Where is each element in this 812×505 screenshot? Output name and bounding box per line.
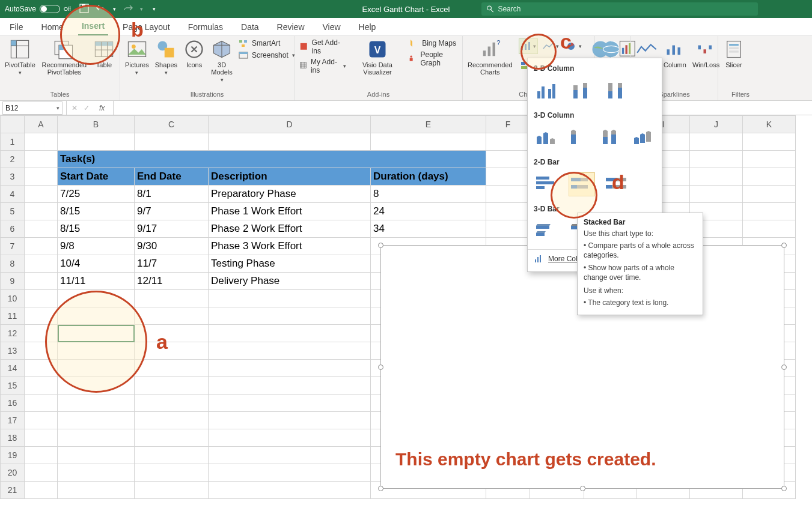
row-header-13[interactable]: 13 (1, 342, 25, 360)
cell-D19[interactable] (209, 447, 371, 464)
cell-C12[interactable] (135, 325, 209, 342)
cell-A1[interactable] (25, 133, 58, 151)
cell-D20[interactable] (209, 464, 371, 482)
cell-B20[interactable] (58, 464, 135, 482)
cell-C19[interactable] (135, 447, 209, 464)
clustered-column-option[interactable] (534, 79, 560, 103)
col-header-E[interactable]: E (371, 116, 486, 133)
cell-D6[interactable]: Phase 2 Work Effort (209, 220, 371, 238)
cell-C13[interactable] (135, 342, 209, 360)
qat-customize-icon[interactable]: ▾ (153, 6, 156, 12)
row-header-1[interactable]: 1 (1, 133, 25, 151)
cell-A5[interactable] (25, 203, 58, 220)
row-header-16[interactable]: 16 (1, 395, 25, 412)
cell-B9[interactable]: 11/11 (58, 273, 135, 290)
cell-A14[interactable] (25, 360, 58, 377)
cell-D9[interactable]: Delivery Phase (209, 273, 371, 290)
cell-A18[interactable] (25, 429, 58, 447)
cell-A10[interactable] (25, 290, 58, 307)
row-header-19[interactable]: 19 (1, 447, 25, 464)
row-header-10[interactable]: 10 (1, 290, 25, 307)
row-header-18[interactable]: 18 (1, 429, 25, 447)
cell-F3[interactable] (486, 168, 530, 186)
stacked-bar-option[interactable] (569, 172, 595, 196)
column-chart-button[interactable]: ▾ (519, 38, 538, 54)
cell-A21[interactable] (25, 482, 58, 499)
cell-D14[interactable] (209, 360, 371, 377)
tab-home[interactable]: Home (38, 20, 67, 35)
cell-C10[interactable] (135, 290, 209, 307)
tab-help[interactable]: Help (355, 20, 380, 35)
cell-A6[interactable] (25, 220, 58, 238)
cell-B11[interactable] (58, 307, 135, 325)
rec-pivottables-button[interactable]: Recommended PivotTables (41, 38, 87, 76)
cell-E5[interactable]: 24 (371, 203, 486, 220)
cancel-icon[interactable]: ✕ (72, 104, 78, 112)
cell-C3[interactable]: End Date (135, 168, 209, 186)
cell-D17[interactable] (209, 412, 371, 429)
cell-B15[interactable] (58, 377, 135, 395)
cell-C17[interactable] (135, 412, 209, 429)
cell-K4[interactable] (743, 186, 796, 203)
row-header-20[interactable]: 20 (1, 464, 25, 482)
cell-E4[interactable]: 8 (371, 186, 486, 203)
cell-F2[interactable] (486, 151, 530, 168)
cell-D1[interactable] (209, 133, 371, 151)
undo-dropdown-icon[interactable]: ▾ (113, 6, 116, 12)
name-box[interactable]: B12▾ (2, 101, 63, 115)
col-header-J[interactable]: J (690, 116, 743, 133)
shapes-button[interactable]: Shapes▾ (155, 38, 177, 76)
cell-C4[interactable]: 8/1 (135, 186, 209, 203)
row-header-7[interactable]: 7 (1, 238, 25, 255)
cell-C14[interactable] (135, 360, 209, 377)
cell-D5[interactable]: Phase 1 Work Effort (209, 203, 371, 220)
row-header-5[interactable]: 5 (1, 203, 25, 220)
smartart-button[interactable]: SmartArt (239, 38, 295, 48)
cell-C9[interactable]: 12/11 (135, 273, 209, 290)
resize-handle[interactable] (378, 486, 383, 491)
100-stacked-column-option[interactable] (603, 79, 630, 103)
cell-C5[interactable]: 9/7 (135, 203, 209, 220)
cell-C8[interactable]: 11/7 (135, 255, 209, 273)
formula-input[interactable] (114, 102, 812, 114)
cell-J2[interactable] (690, 151, 743, 168)
cell-A3[interactable] (25, 168, 58, 186)
redo-dropdown-icon[interactable]: ▾ (140, 6, 143, 12)
search-input[interactable] (498, 5, 753, 13)
cell-C6[interactable]: 9/17 (135, 220, 209, 238)
col-header-C[interactable]: C (135, 116, 209, 133)
resize-handle[interactable] (781, 364, 787, 370)
col-header-K[interactable]: K (743, 116, 796, 133)
row-header-12[interactable]: 12 (1, 325, 25, 342)
cell-F6[interactable] (486, 220, 530, 238)
cell-B3[interactable]: Start Date (58, 168, 135, 186)
cell-D3[interactable]: Description (209, 168, 371, 186)
cell-D11[interactable] (209, 307, 371, 325)
redo-icon[interactable] (123, 4, 133, 15)
resize-handle[interactable] (781, 243, 787, 248)
cell-B6[interactable]: 8/15 (58, 220, 135, 238)
cell-B2[interactable]: Task(s) (58, 151, 486, 168)
3d-clustered-bar-option[interactable] (534, 219, 560, 243)
cell-A17[interactable] (25, 412, 58, 429)
sparkline-winloss-button[interactable]: Win/Loss (692, 38, 719, 68)
row-header-21[interactable]: 21 (1, 482, 25, 499)
rec-charts-button[interactable]: ?Recommended Charts (468, 38, 513, 76)
tab-view[interactable]: View (319, 20, 344, 35)
cell-A8[interactable] (25, 255, 58, 273)
cell-B13[interactable] (58, 342, 135, 360)
3d-stacked-column-option[interactable] (566, 125, 590, 150)
cell-D10[interactable] (209, 290, 371, 307)
cell-C1[interactable] (135, 133, 209, 151)
cell-B19[interactable] (58, 447, 135, 464)
enter-icon[interactable]: ✓ (84, 104, 90, 112)
save-icon[interactable] (79, 4, 89, 15)
tab-page-layout[interactable]: Page Layout (119, 20, 174, 35)
cell-D7[interactable]: Phase 3 Work Effort (209, 238, 371, 255)
cell-E6[interactable]: 34 (371, 220, 486, 238)
row-header-11[interactable]: 11 (1, 307, 25, 325)
cell-A11[interactable] (25, 307, 58, 325)
my-addins-button[interactable]: My Add-ins ▾ (299, 58, 346, 74)
cell-F1[interactable] (486, 133, 530, 151)
tab-insert[interactable]: Insert (78, 19, 108, 35)
